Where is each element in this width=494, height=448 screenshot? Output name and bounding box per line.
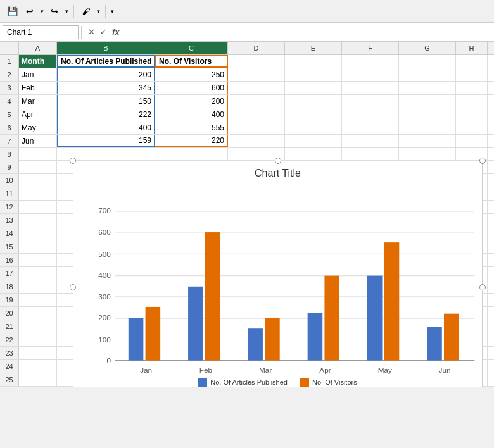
cell-g7[interactable] [399,135,456,147]
col-header-g[interactable]: G [399,42,456,54]
cell-g1[interactable] [399,55,456,68]
cell-c8[interactable] [155,148,228,161]
cell-g2[interactable] [399,68,456,81]
cell-h4[interactable] [456,95,488,108]
cell-a11[interactable] [19,187,57,200]
chart-overlay[interactable]: Chart Title 0 10 [73,161,483,387]
paint-icon[interactable]: 🖌 [79,4,93,18]
cell-g5[interactable] [399,108,456,121]
cell-d1[interactable] [228,55,285,68]
col-header-b[interactable]: B [57,42,155,54]
chart-handle-mr[interactable] [479,284,486,290]
cell-a17[interactable] [19,267,57,280]
cell-c7[interactable]: 220 [155,135,228,147]
cell-d3[interactable] [228,82,285,94]
cell-f8[interactable] [342,148,399,161]
confirm-icon[interactable]: ✓ [100,27,107,37]
chart-handle-tr[interactable] [479,158,486,164]
cell-a10[interactable] [19,174,57,187]
name-box[interactable] [3,25,79,39]
cell-e7[interactable] [285,135,342,147]
cell-h5[interactable] [456,108,488,121]
cell-b1[interactable]: No. Of Articles Published [57,55,155,68]
cell-a16[interactable] [19,254,57,266]
cell-f4[interactable] [342,95,399,108]
cell-a15[interactable] [19,240,57,253]
chart-handle-tc[interactable] [275,158,281,164]
cell-g3[interactable] [399,82,456,94]
cell-a22[interactable] [19,333,57,346]
cell-e4[interactable] [285,95,342,108]
cell-a14[interactable] [19,227,57,240]
cell-a6[interactable]: May [19,121,57,134]
cell-a3[interactable]: Feb [19,82,57,94]
save-icon[interactable]: 💾 [5,4,19,18]
cell-c5[interactable]: 400 [155,108,228,121]
col-header-a[interactable]: A [19,42,57,54]
cell-c4[interactable]: 200 [155,95,228,108]
cell-b2[interactable]: 200 [57,68,155,81]
undo-dropdown-icon[interactable]: ▾ [41,8,44,15]
cell-b7[interactable]: 159 [57,135,155,147]
cell-a23[interactable] [19,347,57,359]
cell-c1[interactable]: No. Of Visitors [155,55,228,68]
cell-a25[interactable] [19,373,57,386]
cell-g8[interactable] [399,148,456,161]
cell-f2[interactable] [342,68,399,81]
cell-e2[interactable] [285,68,342,81]
cell-c3[interactable]: 600 [155,82,228,94]
cell-d6[interactable] [228,121,285,134]
fx-icon[interactable]: fx [112,27,120,37]
col-header-c[interactable]: C [155,42,228,54]
cell-c6[interactable]: 555 [155,121,228,134]
cell-f3[interactable] [342,82,399,94]
cell-a24[interactable] [19,360,57,373]
cell-a7[interactable]: Jun [19,135,57,147]
cell-f7[interactable] [342,135,399,147]
cell-a18[interactable] [19,280,57,293]
cell-b6[interactable]: 400 [57,121,155,134]
cell-e3[interactable] [285,82,342,94]
cell-b4[interactable]: 150 [57,95,155,108]
cell-d7[interactable] [228,135,285,147]
cell-f1[interactable] [342,55,399,68]
formula-input[interactable] [126,27,491,38]
cell-a2[interactable]: Jan [19,68,57,81]
chart-handle-tl[interactable] [70,158,76,164]
cell-a9[interactable] [19,161,57,173]
undo-icon[interactable]: ↩ [23,4,37,18]
chart-handle-ml[interactable] [70,284,76,290]
cell-b3[interactable]: 345 [57,82,155,94]
cell-a8[interactable] [19,148,57,161]
cell-e6[interactable] [285,121,342,134]
cell-h6[interactable] [456,121,488,134]
cell-b5[interactable]: 222 [57,108,155,121]
cell-a20[interactable] [19,307,57,320]
cell-g6[interactable] [399,121,456,134]
more-icon[interactable]: ▾ [111,8,114,15]
cell-a4[interactable]: Mar [19,95,57,108]
cell-e1[interactable] [285,55,342,68]
cell-a1[interactable]: Month [19,55,57,68]
col-header-h[interactable]: H [456,42,488,54]
cell-d4[interactable] [228,95,285,108]
cell-h7[interactable] [456,135,488,147]
cell-a13[interactable] [19,214,57,227]
redo-icon[interactable]: ↪ [48,4,61,18]
cancel-icon[interactable]: ✕ [88,27,95,37]
cell-f5[interactable] [342,108,399,121]
cell-d2[interactable] [228,68,285,81]
cell-h3[interactable] [456,82,488,94]
col-header-f[interactable]: F [342,42,399,54]
cell-a12[interactable] [19,201,57,213]
redo-dropdown-icon[interactable]: ▾ [65,8,68,15]
cell-a5[interactable]: Apr [19,108,57,121]
cell-c2[interactable]: 250 [155,68,228,81]
cell-h2[interactable] [456,68,488,81]
paint-dropdown-icon[interactable]: ▾ [97,8,100,15]
cell-e5[interactable] [285,108,342,121]
cell-e8[interactable] [285,148,342,161]
cell-h1[interactable] [456,55,488,68]
col-header-e[interactable]: E [285,42,342,54]
col-header-d[interactable]: D [228,42,285,54]
